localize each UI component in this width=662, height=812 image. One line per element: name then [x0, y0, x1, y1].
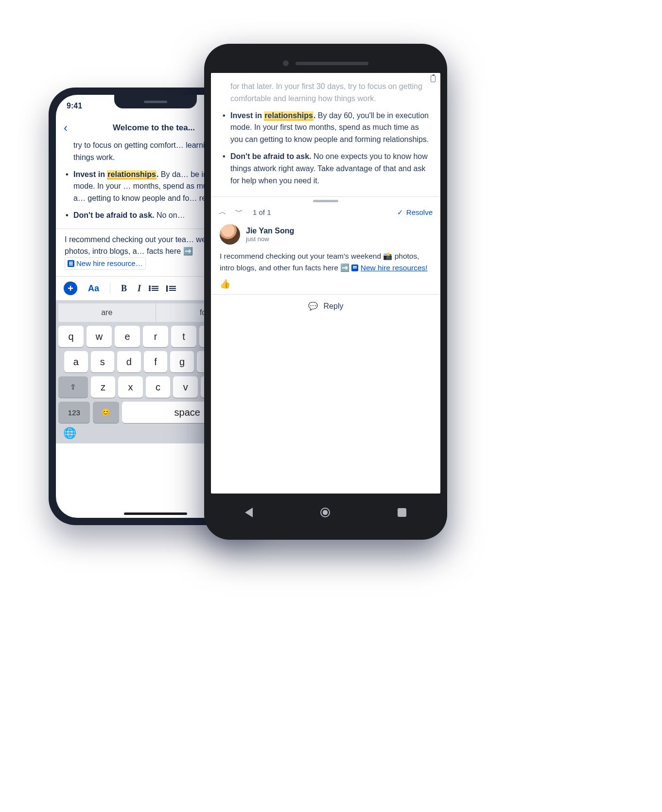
numbers-key[interactable]: 123	[58, 402, 90, 423]
toolbar-divider	[110, 283, 110, 294]
document-body[interactable]: for that later. In your first 30 days, t…	[211, 84, 440, 196]
android-nav-bar	[211, 498, 440, 527]
bullet-list-button[interactable]	[152, 286, 158, 291]
comment-counter: 1 of 1	[253, 208, 271, 216]
suggestion[interactable]: are	[58, 303, 156, 322]
key[interactable]: g	[170, 351, 194, 372]
check-icon: ✓	[397, 208, 403, 217]
key[interactable]: a	[64, 351, 88, 372]
page-title: Welcome to the tea...	[113, 123, 195, 133]
reply-button[interactable]: 💬 Reply	[211, 294, 440, 318]
comment-panel: ︿ ﹀ 1 of 1 ✓ Resolve Jie Yan Song just	[211, 196, 440, 318]
earpiece	[296, 62, 368, 65]
doc-icon	[351, 265, 358, 271]
insert-plus-button[interactable]: +	[64, 282, 77, 295]
key[interactable]: t	[171, 326, 196, 347]
home-indicator[interactable]	[124, 512, 187, 515]
bold-button[interactable]: B	[121, 283, 127, 294]
bullet-item: Invest in relationships. By day 60, you'…	[230, 110, 430, 146]
key[interactable]: q	[58, 326, 84, 347]
battery-icon	[431, 75, 436, 82]
like-icon[interactable]: 👍	[220, 279, 432, 289]
back-chevron-icon[interactable]: ‹	[64, 121, 68, 135]
doc-icon	[68, 260, 74, 267]
key[interactable]: d	[117, 351, 141, 372]
comment-author: Jie Yan Song	[246, 227, 294, 235]
highlighted-text[interactable]: relationships	[264, 111, 314, 121]
key[interactable]: c	[146, 376, 171, 398]
recents-nav-icon[interactable]	[398, 508, 406, 517]
key[interactable]: w	[87, 326, 112, 347]
highlighted-text[interactable]: relationships	[107, 170, 157, 179]
comment-time: just now	[246, 235, 294, 243]
next-comment-icon[interactable]: ﹀	[235, 207, 243, 217]
italic-button[interactable]: I	[138, 283, 141, 294]
resolve-button[interactable]: ✓ Resolve	[397, 208, 433, 217]
emoji-key[interactable]: 😊	[93, 402, 119, 423]
prev-comment-icon[interactable]: ︿	[219, 207, 226, 217]
avatar[interactable]	[220, 224, 240, 245]
status-time: 9:41	[67, 102, 82, 110]
comment-text: I recommend checking out your team's wee…	[220, 250, 432, 274]
comment-link[interactable]: New hire resources!	[361, 264, 428, 272]
key[interactable]: x	[118, 376, 143, 398]
iphone-notch	[114, 95, 197, 108]
key[interactable]: z	[91, 376, 116, 398]
back-nav-icon[interactable]	[245, 508, 253, 517]
numbered-list-button[interactable]	[169, 286, 176, 291]
key[interactable]: s	[91, 351, 115, 372]
front-camera	[283, 60, 289, 66]
android-device: for that later. In your first 30 days, t…	[204, 44, 447, 540]
shift-key[interactable]: ⇧	[58, 376, 88, 398]
key[interactable]: f	[144, 351, 168, 372]
reply-icon: 💬	[308, 301, 318, 311]
home-nav-icon[interactable]	[320, 508, 330, 517]
doc-link-chip[interactable]: New hire resource…	[65, 257, 146, 270]
key[interactable]: e	[115, 326, 140, 347]
globe-icon[interactable]: 🌐	[63, 427, 76, 440]
bullet-item: Don't be afraid to ask. No one expects y…	[230, 151, 430, 187]
key[interactable]: v	[173, 376, 198, 398]
key[interactable]: r	[143, 326, 168, 347]
intro-text: for that later. In your first 30 days, t…	[222, 81, 430, 105]
text-style-button[interactable]: Aa	[88, 283, 99, 294]
